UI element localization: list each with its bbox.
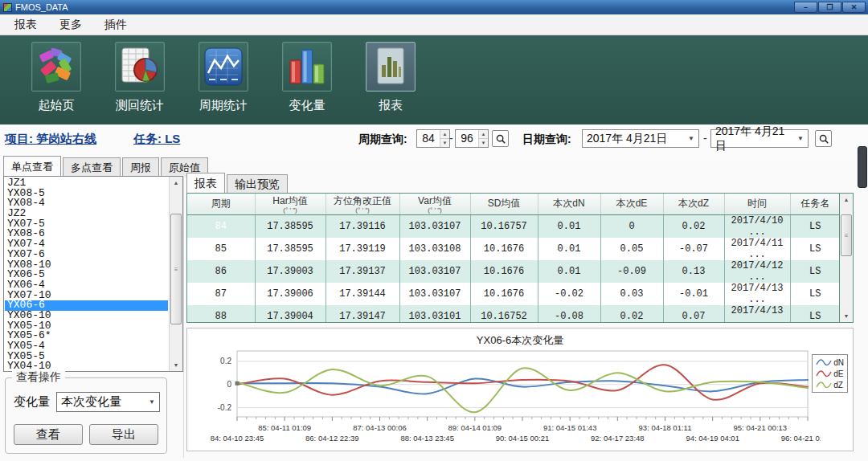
maximize-button[interactable]: ❐ <box>818 2 841 13</box>
tab-single-point[interactable]: 单点查看 <box>3 156 61 177</box>
toolbar-report-button[interactable]: 报表 <box>352 35 429 124</box>
table-row[interactable]: 8717.3900617.39144103.0310710.1676-0.020… <box>187 283 839 305</box>
date-search-button[interactable] <box>815 130 832 147</box>
tab-multi-point[interactable]: 多点查看 <box>63 157 121 177</box>
svg-text:89: 04-14 01:09: 89: 04-14 01:09 <box>448 423 502 432</box>
period-to-value: 96 <box>456 130 478 147</box>
menubar: 报表 更多 插件 <box>0 14 868 35</box>
date-from-combobox[interactable]: 2017年 4月21日 ▼ <box>582 129 699 148</box>
tab-weekly-report[interactable]: 周报 <box>122 157 159 177</box>
query-bar: 项目: 笋岗站右线 任务: LS 周期查询: 84 ▲ ▼ - 96 ▲ ▼ 日… <box>0 124 868 155</box>
svg-text:91: 04-15 01:43: 91: 04-15 01:43 <box>543 423 597 432</box>
export-button[interactable]: 导出 <box>89 424 158 445</box>
column-header[interactable]: 本次dZ <box>663 194 724 214</box>
svg-text:94: 04-19 04:01: 94: 04-19 04:01 <box>686 434 739 443</box>
period-from-spinner[interactable]: 84 ▲ ▼ <box>416 129 450 148</box>
report-table-panel: 周期Har均值(° ′ ″)方位角改正值(° ′ ″)Var均值(° ′ ″)S… <box>186 193 854 323</box>
minimize-button[interactable]: – <box>794 2 817 13</box>
svg-text:87: 04-13 00:06: 87: 04-13 00:06 <box>353 423 407 432</box>
period-to-spinner[interactable]: 96 ▲ ▼ <box>455 129 489 148</box>
table-cell: 17.38595 <box>255 238 326 260</box>
project-link[interactable]: 项目: 笋岗站右线 <box>5 132 96 147</box>
table-cell: -0.02 <box>538 283 600 305</box>
menu-item-plugins[interactable]: 插件 <box>93 16 138 34</box>
scroll-down-arrow[interactable]: ▼ <box>170 359 182 371</box>
table-row[interactable]: 8617.3900317.39137103.0310710.16760.01-0… <box>187 260 839 283</box>
toolbar-period-stats-button[interactable]: 周期统计 <box>185 35 262 124</box>
table-cell: 2017/4/10 ... <box>724 214 790 238</box>
view-operations-group: 查看操作 变化量 本次变化量 ▼ 查看 导出 <box>5 377 167 454</box>
menu-item-more[interactable]: 更多 <box>48 16 93 34</box>
variation-icon <box>282 42 332 92</box>
legend-entry: dN <box>816 357 844 368</box>
view-button[interactable]: 查看 <box>14 424 83 445</box>
table-cell: 103.03107 <box>399 260 470 283</box>
column-header[interactable]: 本次dE <box>600 194 663 214</box>
toolbar-start-page-button[interactable]: 起始页 <box>18 35 95 124</box>
period-stats-icon <box>199 42 248 92</box>
period-to-down-arrow[interactable]: ▼ <box>479 139 488 147</box>
period-from-up-arrow[interactable]: ▲ <box>440 130 449 139</box>
toolbar-label-variation: 变化量 <box>289 98 326 113</box>
scrollbar-thumb[interactable]: ≡ <box>841 214 852 256</box>
menu-item-report[interactable]: 报表 <box>3 16 48 34</box>
task-link[interactable]: 任务: LS <box>133 132 180 147</box>
period-range-dash: - <box>449 132 453 145</box>
column-header[interactable]: 方位角改正值(° ′ ″) <box>326 194 399 214</box>
scroll-down-arrow[interactable]: ▼ <box>840 310 853 322</box>
table-cell: 10.1676 <box>470 283 538 305</box>
column-header[interactable]: 时间 <box>724 194 790 214</box>
table-cell: 10.1676 <box>470 260 538 283</box>
right-tab-strip: 报表 输出预览 <box>186 174 289 194</box>
column-header[interactable]: Var均值(° ′ ″) <box>399 194 470 214</box>
table-cell: 10.16757 <box>470 214 538 238</box>
date-to-combobox[interactable]: 2017年 4月21日 ▼ <box>710 129 809 148</box>
list-item[interactable]: YX08-4 <box>5 198 168 209</box>
table-cell: 0.03 <box>600 283 663 305</box>
legend-entry: dE <box>816 368 844 379</box>
close-button[interactable]: ✕ <box>842 2 866 13</box>
toolbar-round-stats-button[interactable]: 测回统计 <box>101 35 178 124</box>
legend-line-icon <box>816 357 832 368</box>
search-icon <box>818 133 829 145</box>
table-cell: 0.07 <box>663 305 724 323</box>
table-cell: 17.39006 <box>255 283 326 305</box>
column-header[interactable]: 本次dN <box>538 194 600 214</box>
toolbar-variation-button[interactable]: 变化量 <box>268 35 346 124</box>
table-cell: 84 <box>187 214 255 238</box>
period-to-up-arrow[interactable]: ▲ <box>479 130 488 139</box>
scroll-up-arrow[interactable]: ▲ <box>170 177 182 189</box>
column-header[interactable]: Har均值(° ′ ″) <box>255 194 326 214</box>
period-from-down-arrow[interactable]: ▼ <box>440 139 449 147</box>
table-row[interactable]: 8417.3859517.39116103.0310710.167570.010… <box>187 214 839 238</box>
table-row[interactable]: 8817.3900417.39147103.0310110.16752-0.08… <box>187 305 839 323</box>
table-cell: 10.1676 <box>470 238 538 260</box>
table-cell: 0.02 <box>600 305 663 323</box>
app-window: FMOS_DATA – ❐ ✕ 报表 更多 插件 <box>0 0 868 461</box>
table-cell: 0 <box>600 214 663 238</box>
table-cell: -0.07 <box>663 238 724 260</box>
list-item[interactable]: YX04-10 <box>5 361 168 370</box>
legend-line-icon <box>816 380 832 390</box>
scroll-up-arrow[interactable]: ▲ <box>840 194 853 206</box>
variation-field-label: 变化量 <box>14 394 50 410</box>
date-range-dash: - <box>703 132 707 145</box>
table-row[interactable]: 8517.3859517.39119103.0310810.16760.010.… <box>187 238 839 260</box>
column-header[interactable]: SD均值 <box>470 194 538 214</box>
variation-type-value: 本次变化量 <box>61 394 121 410</box>
variation-type-dropdown[interactable]: 本次变化量 ▼ <box>56 392 160 412</box>
column-header[interactable]: 周期 <box>187 194 255 214</box>
tab-output-preview[interactable]: 输出预览 <box>227 174 288 194</box>
table-cell: 0.01 <box>538 214 600 238</box>
window-scrollbar-thumb[interactable] <box>858 146 867 188</box>
round-stats-icon <box>115 42 165 92</box>
column-header[interactable]: 任务名 <box>790 194 839 214</box>
table-cell: -0.01 <box>663 283 724 305</box>
scrollbar-thumb[interactable]: ≡ <box>170 214 182 324</box>
tab-report[interactable]: 报表 <box>186 173 225 194</box>
table-cell: 85 <box>187 238 255 260</box>
variation-chart-panel: YX06-6本次变化量 0.20-0.284: 04-10 23:4585: 0… <box>186 328 854 451</box>
period-search-button[interactable] <box>492 130 509 147</box>
table-cell: 103.03101 <box>399 305 470 323</box>
report-icon <box>366 42 416 92</box>
